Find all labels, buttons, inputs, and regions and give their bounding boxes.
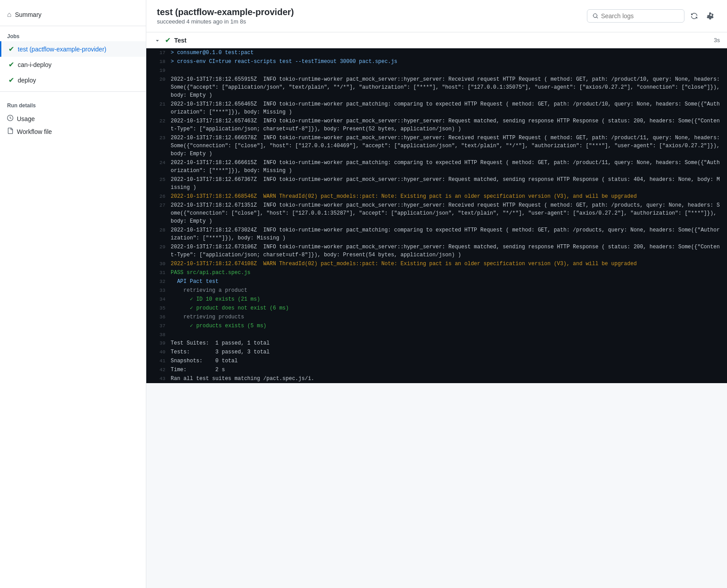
line-number: 43 — [146, 375, 171, 383]
log-line: 18> cross-env CI=true react-scripts test… — [146, 57, 727, 66]
log-line: 282022-10-13T17:18:12.673024Z INFO tokio… — [146, 226, 727, 243]
line-content: 2022-10-13T17:18:12.674108Z WARN ThreadI… — [171, 260, 727, 268]
line-number: 34 — [146, 295, 171, 303]
chevron-down-icon — [154, 37, 160, 43]
sidebar-item-test[interactable]: ✔ test (pactflow-example-provider) — [0, 41, 146, 57]
main-header: test (pactflow-example-provider) succeed… — [146, 0, 727, 32]
page-title: test (pactflow-example-provider) — [157, 7, 294, 17]
job-label-deploy: deploy — [18, 77, 36, 84]
sidebar-summary-label: Summary — [15, 11, 42, 18]
log-lines: 17> consumer@0.1.0 test:pact18> cross-en… — [146, 48, 727, 383]
file-icon — [7, 128, 13, 135]
home-icon: ⌂ — [7, 11, 12, 19]
log-line: 222022-10-13T17:18:12.657463Z INFO tokio… — [146, 117, 727, 133]
line-content: 2022-10-13T17:18:12.671351Z INFO tokio-r… — [171, 201, 727, 225]
log-line: 40Tests: 3 passed, 3 total — [146, 348, 727, 357]
line-content: 2022-10-13T17:18:12.666578Z INFO tokio-r… — [171, 134, 727, 158]
test-section-label: Test — [174, 37, 710, 44]
line-number: 21 — [146, 100, 171, 108]
jobs-section-title: Jobs — [0, 30, 146, 41]
run-detail-workflow[interactable]: Workflow file — [7, 125, 139, 138]
line-number: 19 — [146, 67, 171, 74]
log-line: 35 ✓ product does not exist (6 ms) — [146, 304, 727, 313]
log-container[interactable]: ✔ Test 3s 17> consumer@0.1.0 test:pact18… — [146, 32, 727, 588]
line-number: 26 — [146, 192, 171, 200]
line-number: 24 — [146, 159, 171, 167]
search-input[interactable] — [601, 12, 679, 20]
line-content: PASS src/api.pact.spec.js — [171, 269, 727, 277]
refresh-button[interactable] — [688, 10, 700, 22]
line-number: 33 — [146, 286, 171, 294]
clock-icon — [7, 115, 13, 122]
settings-button[interactable] — [704, 10, 716, 22]
run-details-title: Run details — [7, 102, 139, 109]
line-content: Tests: 3 passed, 3 total — [171, 348, 727, 356]
line-number: 39 — [146, 339, 171, 347]
usage-label: Usage — [17, 115, 35, 122]
test-duration: 3s — [714, 37, 720, 43]
line-number: 28 — [146, 226, 171, 234]
line-content: ✓ ID 10 exists (21 ms) — [171, 295, 727, 303]
log-line: 242022-10-13T17:18:12.666615Z INFO tokio… — [146, 158, 727, 175]
line-number: 37 — [146, 322, 171, 330]
line-number: 41 — [146, 357, 171, 365]
log-line: 302022-10-13T17:18:12.674108Z WARN Threa… — [146, 259, 727, 268]
search-box[interactable] — [587, 9, 684, 23]
log-line: 39Test Suites: 1 passed, 1 total — [146, 339, 727, 348]
line-number: 27 — [146, 201, 171, 209]
log-line: 43Ran all test suites matching /pact.spe… — [146, 374, 727, 383]
line-number: 29 — [146, 243, 171, 251]
line-content: API Pact test — [171, 278, 727, 286]
sidebar-divider-2 — [0, 91, 146, 92]
test-success-badge: ✔ — [165, 36, 171, 44]
line-content: 2022-10-13T17:18:12.666615Z INFO tokio-r… — [171, 159, 727, 175]
line-content: ✓ product does not exist (6 ms) — [171, 304, 727, 312]
log-line: 292022-10-13T17:18:12.673106Z INFO tokio… — [146, 243, 727, 259]
log-line: 17> consumer@0.1.0 test:pact — [146, 48, 727, 57]
line-content: 2022-10-13T17:18:12.656465Z INFO tokio-r… — [171, 100, 727, 116]
log-line: 41Snapshots: 0 total — [146, 357, 727, 365]
collapse-button[interactable] — [153, 36, 161, 44]
success-icon-can-i-deploy: ✔ — [8, 60, 14, 69]
header-actions — [587, 9, 716, 23]
log-line: 262022-10-13T17:18:12.668546Z WARN Threa… — [146, 192, 727, 201]
refresh-icon — [691, 12, 698, 20]
job-label-test: test (pactflow-example-provider) — [18, 46, 106, 53]
line-content: retrieving products — [171, 313, 727, 321]
sidebar-item-can-i-deploy[interactable]: ✔ can-i-deploy — [0, 57, 146, 72]
line-content: Ran all test suites matching /pact.spec.… — [171, 375, 727, 383]
sidebar-item-deploy[interactable]: ✔ deploy — [0, 72, 146, 88]
log-line: 34 ✓ ID 10 exists (21 ms) — [146, 295, 727, 304]
header-subtitle: succeeded 4 minutes ago in 1m 8s — [157, 18, 294, 25]
header-title-area: test (pactflow-example-provider) succeed… — [157, 7, 294, 25]
log-line: 42Time: 2 s — [146, 365, 727, 374]
line-number: 30 — [146, 260, 171, 268]
line-number: 17 — [146, 49, 171, 57]
line-content: Snapshots: 0 total — [171, 357, 727, 365]
log-line: 272022-10-13T17:18:12.671351Z INFO tokio… — [146, 201, 727, 226]
line-content: 2022-10-13T17:18:12.673106Z INFO tokio-r… — [171, 243, 727, 259]
line-number: 35 — [146, 304, 171, 312]
line-number: 31 — [146, 269, 171, 277]
log-line: 38 — [146, 330, 727, 339]
job-label-can-i-deploy: can-i-deploy — [18, 61, 51, 68]
log-line: 19 — [146, 66, 727, 75]
line-content: 2022-10-13T17:18:12.655915Z INFO tokio-r… — [171, 75, 727, 99]
line-content: ✓ products exists (5 ms) — [171, 322, 727, 330]
run-detail-usage[interactable]: Usage — [7, 112, 139, 125]
success-icon-test: ✔ — [8, 45, 14, 53]
line-number: 42 — [146, 366, 171, 374]
log-line: 232022-10-13T17:18:12.666578Z INFO tokio… — [146, 133, 727, 158]
search-icon — [593, 13, 598, 19]
gear-icon — [707, 12, 714, 20]
line-number: 20 — [146, 75, 171, 83]
line-number: 18 — [146, 58, 171, 66]
log-line: 37 ✓ products exists (5 ms) — [146, 321, 727, 330]
sidebar: ⌂ Summary Jobs ✔ test (pactflow-example-… — [0, 0, 146, 588]
line-number: 23 — [146, 134, 171, 142]
sidebar-summary-link[interactable]: ⌂ Summary — [0, 7, 146, 22]
line-content: > consumer@0.1.0 test:pact — [171, 49, 727, 57]
line-number: 40 — [146, 348, 171, 356]
line-content: 2022-10-13T17:18:12.657463Z INFO tokio-r… — [171, 117, 727, 133]
run-details-section: Run details Usage Workflow file — [0, 95, 146, 140]
